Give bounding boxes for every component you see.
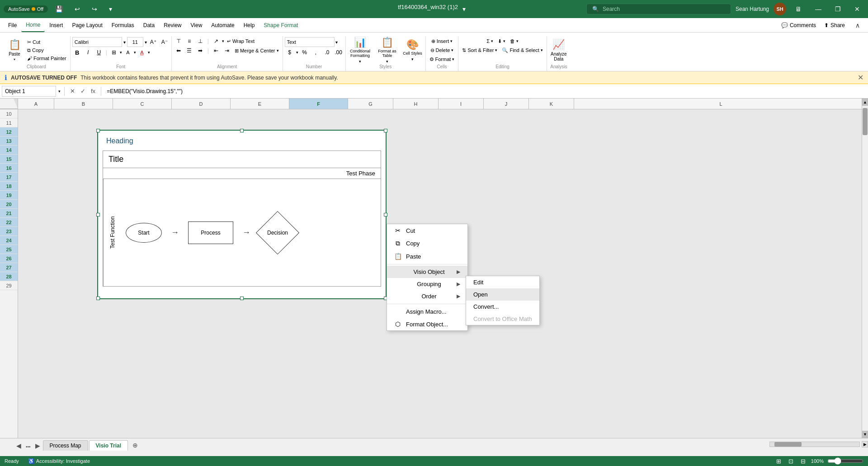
row-22[interactable]: 22 xyxy=(0,218,18,227)
flow-process-shape[interactable]: Process xyxy=(188,221,233,244)
font-size-dropdown-icon[interactable]: ▾ xyxy=(145,40,147,45)
col-header-D[interactable]: D xyxy=(172,99,231,109)
menu-formulas[interactable]: Formulas xyxy=(107,18,139,32)
cell-styles-button[interactable]: 🎨 Cell Styles ▾ xyxy=(402,38,424,63)
submenu-convert[interactable]: Convert... xyxy=(466,301,539,313)
insert-dropdown-icon[interactable]: ▾ xyxy=(450,39,453,43)
ctx-assign-macro[interactable]: Assign Macro... xyxy=(387,306,467,318)
col-header-G[interactable]: G xyxy=(348,99,393,109)
insert-function-button[interactable]: fx xyxy=(89,87,97,95)
format-button[interactable]: ⚙ Format ▾ xyxy=(428,55,457,63)
ctx-format-object[interactable]: ⬡ Format Object... xyxy=(387,318,467,330)
copy-button[interactable]: ⧉ Copy xyxy=(25,46,68,54)
resize-handle-bottom-center[interactable] xyxy=(240,297,244,300)
minimize-button[interactable]: — xyxy=(811,4,826,14)
scroll-up-button[interactable]: ▲ xyxy=(862,99,868,106)
sort-filter-button[interactable]: ⇅ Sort & Filter ▾ xyxy=(460,46,499,54)
resize-handle-top-left[interactable] xyxy=(96,129,100,132)
autosave-badge[interactable]: AutoSave Off xyxy=(4,5,48,13)
number-format-input[interactable] xyxy=(285,37,335,47)
scroll-down-button[interactable]: ▼ xyxy=(862,431,868,438)
resize-handle-bottom-left[interactable] xyxy=(96,297,100,300)
conditional-formatting-button[interactable]: 📊 Conditional Formatting ▾ xyxy=(348,38,373,63)
comments-button[interactable]: 💬 Comments xyxy=(779,20,818,31)
increase-decimal-button[interactable]: .00 xyxy=(334,48,344,56)
ribbon-collapse-button[interactable]: ∧ xyxy=(851,20,864,31)
orientation-button[interactable]: ↗ xyxy=(211,37,221,45)
row-15[interactable]: 15 xyxy=(0,155,18,164)
row-10[interactable]: 10 xyxy=(0,109,18,118)
page-layout-view-button[interactable]: ⊡ xyxy=(787,457,795,466)
fill-dropdown-icon[interactable]: ▾ xyxy=(134,50,136,55)
right-scrollbar[interactable]: ▲ ▼ xyxy=(862,99,868,438)
menu-view[interactable]: View xyxy=(186,18,207,32)
analyze-data-button[interactable]: 📈 Analyze Data xyxy=(549,38,569,63)
menu-automate[interactable]: Automate xyxy=(207,18,239,32)
row-27[interactable]: 27 xyxy=(0,263,18,272)
scroll-right-button[interactable]: ▶ xyxy=(862,441,868,447)
col-header-K[interactable]: K xyxy=(529,99,574,109)
formula-confirm-button[interactable]: ✓ xyxy=(79,87,87,95)
number-format-dropdown-icon[interactable]: ▾ xyxy=(335,40,338,45)
italic-button[interactable]: I xyxy=(83,48,93,56)
sum-dropdown-icon[interactable]: ▾ xyxy=(491,39,493,43)
underline-button[interactable]: U xyxy=(94,48,104,56)
restore-button[interactable]: ❐ xyxy=(830,4,845,14)
cell-styles-dropdown-icon[interactable]: ▾ xyxy=(411,57,414,61)
submenu-edit[interactable]: Edit xyxy=(466,276,539,288)
align-right-button[interactable]: ➡ xyxy=(195,47,205,55)
font-decrease-button[interactable]: A⁻ xyxy=(160,38,170,46)
sheet-nav-next[interactable]: ▶ xyxy=(33,442,43,449)
delete-button[interactable]: ⊖ Delete ▾ xyxy=(429,46,456,54)
font-name-input[interactable] xyxy=(72,37,122,47)
row-21[interactable]: 21 xyxy=(0,209,18,218)
col-header-F[interactable]: F xyxy=(289,99,348,109)
delete-dropdown-icon[interactable]: ▾ xyxy=(451,48,453,52)
row-29[interactable]: 29 xyxy=(0,281,18,290)
row-13[interactable]: 13 xyxy=(0,137,18,146)
search-box[interactable]: 🔍 xyxy=(586,4,731,14)
scroll-thumb-v[interactable] xyxy=(863,108,868,135)
visio-embed[interactable]: Heading Title Test Phase Test Function S… xyxy=(97,130,387,299)
row-28[interactable]: 28 xyxy=(0,272,18,281)
row-23[interactable]: 23 xyxy=(0,227,18,236)
insert-button[interactable]: ⊕ Insert ▾ xyxy=(429,37,455,45)
customize-qat-button[interactable]: ▾ xyxy=(104,4,117,14)
row-18[interactable]: 18 xyxy=(0,182,18,191)
menu-review[interactable]: Review xyxy=(159,18,186,32)
undo-button[interactable]: ↩ xyxy=(70,4,85,14)
flow-start-shape[interactable]: Start xyxy=(126,223,162,243)
formula-input[interactable] xyxy=(105,87,866,95)
accessibility-status[interactable]: ♿ Accessibility: Investigate xyxy=(28,458,90,464)
ctx-order[interactable]: Order ▶ xyxy=(387,290,467,302)
row-12[interactable]: 12 xyxy=(0,127,18,137)
submenu-open[interactable]: Open xyxy=(466,288,539,301)
sheet-nav-prev[interactable]: ◀ xyxy=(14,442,24,449)
align-bottom-button[interactable]: ⊥ xyxy=(195,37,205,45)
sort-dropdown-icon[interactable]: ▾ xyxy=(495,48,497,52)
row-11[interactable]: 11 xyxy=(0,118,18,127)
merge-center-button[interactable]: ⊞ Merge & Center ▾ xyxy=(233,47,281,55)
name-box-dropdown-button[interactable]: ▾ xyxy=(58,89,61,94)
col-header-C[interactable]: C xyxy=(113,99,172,109)
align-center-button[interactable]: ☰ xyxy=(184,47,194,55)
share-button[interactable]: ⬆ Share xyxy=(822,20,847,31)
scroll-thumb-h[interactable] xyxy=(774,442,802,447)
col-header-L[interactable]: L xyxy=(574,99,868,109)
increase-indent-button[interactable]: ⇥ xyxy=(222,47,232,55)
search-input[interactable] xyxy=(603,6,725,12)
format-as-table-button[interactable]: 📋 Format as Table ▾ xyxy=(375,38,400,63)
sum-button[interactable]: Σ ▾ xyxy=(485,37,495,45)
row-16[interactable]: 16 xyxy=(0,164,18,173)
menu-home[interactable]: Home xyxy=(21,18,45,32)
col-header-H[interactable]: H xyxy=(393,99,439,109)
font-size-input[interactable] xyxy=(127,37,143,47)
flow-decision-shape[interactable]: Decision xyxy=(259,215,296,251)
bold-button[interactable]: B xyxy=(72,48,82,56)
redo-button[interactable]: ↪ xyxy=(87,4,102,14)
find-select-button[interactable]: 🔍 Find & Select ▾ xyxy=(500,46,544,54)
comma-button[interactable]: , xyxy=(311,48,321,56)
col-header-I[interactable]: I xyxy=(439,99,484,109)
format-dropdown-icon[interactable]: ▾ xyxy=(452,57,454,61)
wrap-text-button[interactable]: ↵ Wrap Text xyxy=(225,37,256,45)
